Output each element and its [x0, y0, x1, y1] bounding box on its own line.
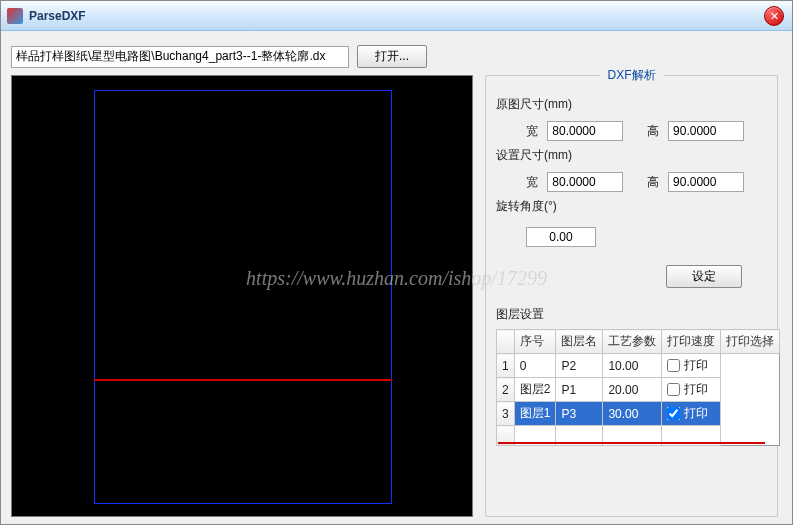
- cell-speed[interactable]: 30.00: [603, 402, 662, 426]
- table-row[interactable]: 3 图层1 P3 30.00 打印: [497, 402, 780, 426]
- cell-layer[interactable]: 图层2: [514, 378, 556, 402]
- print-label: 打印: [684, 357, 708, 374]
- cell-param[interactable]: P2: [556, 354, 603, 378]
- header-speed[interactable]: 打印速度: [662, 330, 721, 354]
- file-path-input[interactable]: [11, 46, 349, 68]
- orig-height-input[interactable]: [668, 121, 744, 141]
- file-path-row: 打开...: [11, 45, 427, 68]
- titlebar: ParseDXF ✕: [1, 1, 792, 31]
- set-size-label: 设置尺寸(mm): [496, 147, 767, 164]
- rotation-input[interactable]: [526, 227, 596, 247]
- close-button[interactable]: ✕: [764, 6, 784, 26]
- grid-red-line: [498, 442, 765, 444]
- row-header[interactable]: 2: [497, 378, 515, 402]
- print-label: 打印: [684, 381, 708, 398]
- header-index[interactable]: 序号: [514, 330, 556, 354]
- cell-layer[interactable]: 图层1: [514, 402, 556, 426]
- preview-red-line: [94, 379, 392, 381]
- set-height-input[interactable]: [668, 172, 744, 192]
- orig-width-input[interactable]: [547, 121, 623, 141]
- row-header[interactable]: 1: [497, 354, 515, 378]
- cell-layer[interactable]: 0: [514, 354, 556, 378]
- print-checkbox[interactable]: [667, 383, 680, 396]
- set-height-label: 高: [647, 174, 659, 191]
- header-corner: [497, 330, 515, 354]
- app-icon: [7, 8, 23, 24]
- table-row[interactable]: 1 0 P2 10.00 打印: [497, 354, 780, 378]
- header-layer[interactable]: 图层名: [556, 330, 603, 354]
- window-title: ParseDXF: [29, 9, 86, 23]
- header-print[interactable]: 打印选择: [721, 330, 780, 354]
- orig-width-label: 宽: [526, 123, 538, 140]
- set-button[interactable]: 设定: [666, 265, 742, 288]
- orig-size-label: 原图尺寸(mm): [496, 96, 767, 113]
- app-window: ParseDXF ✕ 打开... DXF解析 原图尺寸(mm) 宽 高: [0, 0, 793, 525]
- cell-speed[interactable]: 10.00: [603, 354, 662, 378]
- layer-settings-label: 图层设置: [496, 306, 767, 323]
- cell-param[interactable]: P3: [556, 402, 603, 426]
- orig-height-label: 高: [647, 123, 659, 140]
- cell-param[interactable]: P1: [556, 378, 603, 402]
- rotation-label: 旋转角度(°): [496, 198, 767, 215]
- header-param[interactable]: 工艺参数: [603, 330, 662, 354]
- dxf-preview: [11, 75, 473, 517]
- cell-print[interactable]: 打印: [662, 378, 721, 402]
- table-row[interactable]: 2 图层2 P1 20.00 打印: [497, 378, 780, 402]
- print-checkbox[interactable]: [667, 359, 680, 372]
- cell-print[interactable]: 打印: [662, 402, 721, 426]
- open-button[interactable]: 打开...: [357, 45, 427, 68]
- cell-print[interactable]: 打印: [662, 354, 721, 378]
- cell-speed[interactable]: 20.00: [603, 378, 662, 402]
- group-title: DXF解析: [600, 67, 664, 84]
- table-header-row: 序号 图层名 工艺参数 打印速度 打印选择: [497, 330, 780, 354]
- print-checkbox[interactable]: [667, 407, 680, 420]
- content-area: 打开... DXF解析 原图尺寸(mm) 宽 高 设置尺寸(mm): [1, 31, 792, 524]
- dxf-parse-group: DXF解析 原图尺寸(mm) 宽 高 设置尺寸(mm) 宽 高: [485, 75, 778, 517]
- row-header[interactable]: 3: [497, 402, 515, 426]
- outline-rect: [94, 90, 392, 504]
- set-width-input[interactable]: [547, 172, 623, 192]
- set-width-label: 宽: [526, 174, 538, 191]
- print-label: 打印: [684, 405, 708, 422]
- layer-table[interactable]: 序号 图层名 工艺参数 打印速度 打印选择 1 0 P2 10.00: [496, 329, 780, 446]
- right-panel: DXF解析 原图尺寸(mm) 宽 高 设置尺寸(mm) 宽 高: [485, 75, 778, 517]
